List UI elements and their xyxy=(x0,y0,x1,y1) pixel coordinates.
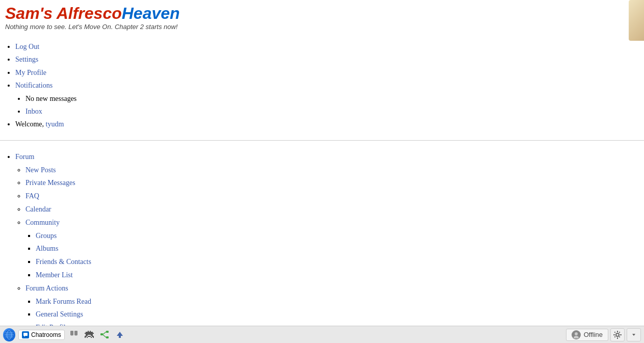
welcome-item: Welcome, tyudm xyxy=(15,119,639,130)
inbox-link[interactable]: Inbox xyxy=(25,108,42,115)
svg-rect-39 xyxy=(620,334,622,335)
logout-link[interactable]: Log Out xyxy=(15,43,39,50)
gear-button[interactable] xyxy=(610,328,625,341)
gear-svg xyxy=(613,331,622,339)
svg-rect-20 xyxy=(85,336,87,337)
svg-rect-15 xyxy=(92,332,93,333)
back-icon-btn[interactable] xyxy=(68,329,80,341)
main-divider xyxy=(0,140,644,141)
new-posts-link[interactable]: New Posts xyxy=(25,166,56,174)
globe-icon xyxy=(3,328,15,341)
community-item: Community Groups Albums Friends & Contac… xyxy=(25,217,639,281)
general-settings-link[interactable]: General Settings xyxy=(36,310,83,318)
my-profile-item: My Profile xyxy=(15,67,639,78)
banner-wrapper: Sam's AlfrescoHeaven Nothing more to see… xyxy=(5,4,180,31)
forum-item: Forum New Posts Private Messages FAQ Cal… xyxy=(15,151,639,343)
no-new-messages-item: No new messages xyxy=(25,93,639,104)
banner-image xyxy=(629,0,644,41)
notifications-sublist: No new messages Inbox xyxy=(15,93,639,118)
calendar-item: Calendar xyxy=(25,203,639,216)
share-svg xyxy=(100,330,109,339)
svg-rect-22 xyxy=(92,336,94,337)
globe-icon-btn[interactable] xyxy=(3,329,15,341)
svg-rect-43 xyxy=(619,336,621,337)
svg-line-31 xyxy=(103,335,106,337)
user-menu: Log Out Settings My Profile Notification… xyxy=(0,35,644,136)
svg-rect-36 xyxy=(617,331,618,332)
svg-rect-16 xyxy=(85,333,94,334)
svg-rect-13 xyxy=(86,332,87,333)
arrow-down-button[interactable] xyxy=(627,328,641,341)
site-subtitle: Nothing more to see. Let's Move On. Chap… xyxy=(5,23,180,31)
chatrooms-label: Chatrooms xyxy=(31,331,61,338)
friends-contacts-link[interactable]: Friends & Contacts xyxy=(36,258,91,266)
private-messages-item: Private Messages xyxy=(25,177,639,189)
my-profile-link[interactable]: My Profile xyxy=(15,69,46,76)
svg-marker-32 xyxy=(117,332,123,338)
svg-point-33 xyxy=(575,332,578,335)
svg-rect-11 xyxy=(88,331,89,332)
community-link[interactable]: Community xyxy=(25,219,60,226)
forum-actions-link[interactable]: Forum Actions xyxy=(25,284,68,292)
member-list-link[interactable]: Member List xyxy=(36,271,73,279)
mark-forums-read-item: Mark Forums Read xyxy=(36,296,639,308)
svg-rect-12 xyxy=(90,331,91,332)
svg-rect-38 xyxy=(613,334,615,335)
inbox-item: Inbox xyxy=(25,106,639,117)
svg-rect-25 xyxy=(91,337,92,338)
forum-subnav: New Posts Private Messages FAQ Calendar … xyxy=(15,164,639,343)
svg-rect-18 xyxy=(86,335,88,336)
faq-link[interactable]: FAQ xyxy=(25,192,39,200)
globe-svg xyxy=(4,330,14,340)
up-arrow-icon-btn[interactable] xyxy=(114,329,126,341)
mark-forums-read-link[interactable]: Mark Forums Read xyxy=(36,298,91,305)
private-messages-link[interactable]: Private Messages xyxy=(25,179,75,187)
settings-link[interactable]: Settings xyxy=(15,56,38,63)
forum-link[interactable]: Forum xyxy=(15,153,34,161)
svg-rect-14 xyxy=(87,332,92,333)
friends-contacts-item: Friends & Contacts xyxy=(36,256,639,268)
offline-label: Offline xyxy=(584,331,603,338)
no-new-messages-text: No new messages xyxy=(25,95,76,102)
forum-nav: Forum New Posts Private Messages FAQ Cal… xyxy=(0,145,644,343)
svg-rect-24 xyxy=(87,337,88,338)
chatrooms-button[interactable]: Chatrooms xyxy=(18,330,65,340)
toolbar-left: Chatrooms xyxy=(0,329,126,341)
svg-rect-19 xyxy=(91,335,93,336)
settings-item: Settings xyxy=(15,54,639,65)
notifications-link[interactable]: Notifications xyxy=(15,82,53,89)
space-invader-svg xyxy=(84,331,94,339)
arrow-down-svg xyxy=(631,332,636,337)
offline-avatar-icon xyxy=(572,330,581,339)
groups-link[interactable]: Groups xyxy=(36,232,57,240)
site-title-heaven: Heaven xyxy=(122,4,180,22)
share-icon-btn[interactable] xyxy=(98,329,111,341)
space-invader-icon-btn[interactable] xyxy=(83,329,95,341)
svg-rect-23 xyxy=(85,337,86,338)
up-arrow-svg xyxy=(116,331,124,339)
svg-line-30 xyxy=(103,332,106,334)
svg-point-35 xyxy=(616,333,619,336)
calendar-link[interactable]: Calendar xyxy=(25,205,51,213)
albums-item: Albums xyxy=(36,243,639,255)
svg-rect-42 xyxy=(614,336,616,337)
new-posts-item: New Posts xyxy=(25,164,639,176)
forum-nav-list: Forum New Posts Private Messages FAQ Cal… xyxy=(5,151,639,343)
header: Sam's AlfrescoHeaven Nothing more to see… xyxy=(0,0,644,35)
svg-rect-41 xyxy=(619,331,621,333)
site-title-alfresco: Alfresco xyxy=(57,4,122,22)
community-sublist: Groups Albums Friends & Contacts Member … xyxy=(25,230,639,281)
svg-marker-6 xyxy=(24,336,25,337)
site-title-sams: Sam's xyxy=(5,4,57,22)
chat-svg xyxy=(23,332,28,337)
avatar-svg xyxy=(573,331,580,338)
svg-rect-17 xyxy=(86,334,93,335)
notifications-item: Notifications No new messages Inbox xyxy=(15,80,639,117)
general-settings-item: General Settings xyxy=(36,308,639,321)
svg-rect-29 xyxy=(106,336,109,338)
albums-link[interactable]: Albums xyxy=(36,245,58,252)
svg-rect-40 xyxy=(614,331,616,333)
username-link[interactable]: tyudm xyxy=(46,120,64,128)
svg-marker-44 xyxy=(632,334,635,336)
member-list-item: Member List xyxy=(36,269,639,281)
